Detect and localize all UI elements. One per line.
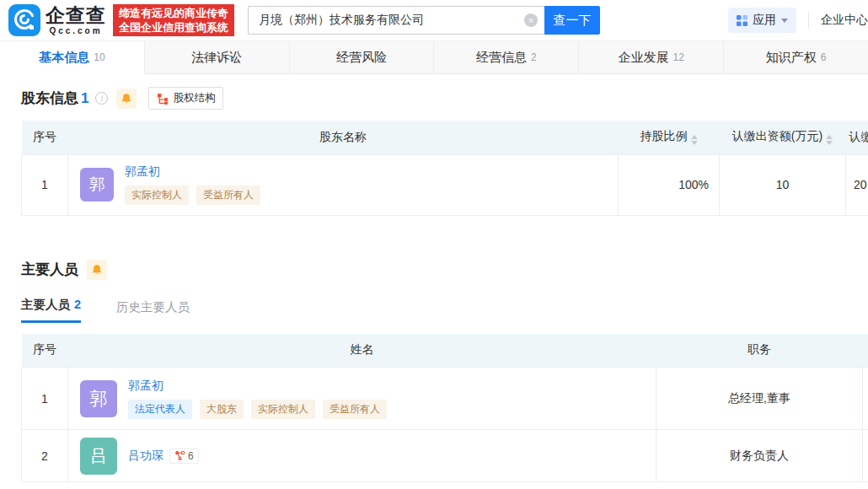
shareholders-title: 股东信息1 (21, 89, 88, 108)
search-bar: × 查一下 (248, 6, 600, 35)
tab-count: 10 (94, 51, 104, 63)
person-name-link[interactable]: 郭孟初 (128, 379, 387, 394)
qcc-logo[interactable]: 企查查 Qcc.com (8, 4, 106, 36)
tag-major-shareholder: 大股东 (200, 400, 244, 419)
extra-cell (863, 368, 868, 430)
subtab-label: 主要人员 (21, 298, 70, 311)
shareholder-row: 1 郭 郭孟初 实际控制人 受益所有人 (22, 154, 868, 215)
header-right: 应用 企业中心 (728, 8, 868, 33)
col-ratio[interactable]: 持股比例 (619, 121, 720, 154)
clear-search-icon[interactable]: × (524, 13, 538, 27)
personnel-row: 2 吕 吕功琛 (22, 430, 868, 482)
tab-label: 法律诉讼 (191, 50, 242, 66)
position-value: 财务负责人 (656, 430, 863, 482)
brand-name: 企查查 (46, 6, 106, 25)
avatar[interactable]: 郭 (80, 168, 114, 202)
tab-label: 知识产权 (766, 50, 817, 66)
shareholders-count: 1 (81, 90, 88, 106)
subtab-history-personnel[interactable]: 历史主要人员 (116, 299, 190, 323)
tab-label: 基本信息 (39, 50, 89, 66)
tag-beneficial-owner: 受益所有人 (323, 400, 387, 419)
tab-operation-info[interactable]: 经营信息 2 (434, 41, 579, 73)
row-index: 1 (22, 154, 68, 215)
shareholder-name-link[interactable]: 郭孟初 (125, 164, 260, 180)
apps-grid-icon (737, 15, 747, 26)
avatar[interactable]: 吕 (80, 438, 117, 475)
slogan-line-1: 缔造有远见的商业传奇 (119, 6, 228, 20)
tab-intellectual-property[interactable]: 知识产权 6 (724, 41, 868, 73)
enterprise-center-link[interactable]: 企业中心 (821, 13, 868, 28)
tab-label: 企业发展 (619, 50, 669, 66)
subtab-count: 2 (74, 298, 81, 311)
qcc-logo-icon (8, 4, 40, 36)
subtab-key-personnel[interactable]: 主要人员2 (21, 297, 81, 323)
position-value: 总经理,董事 (656, 368, 863, 430)
avatar[interactable]: 郭 (80, 380, 117, 417)
key-personnel-section-header: 主要人员 (21, 260, 868, 280)
key-personnel-title: 主要人员 (21, 260, 78, 279)
col-position: 职务 (656, 334, 863, 368)
col-shareholder-name: 股东名称 (68, 121, 619, 154)
slogan-banner: 缔造有远见的商业传奇 全国企业信用查询系统 (113, 4, 234, 36)
tab-count: 6 (821, 51, 827, 63)
brand-domain: Qcc.com (49, 27, 102, 35)
row-index: 2 (22, 430, 68, 482)
relation-graph-icon (174, 450, 185, 461)
equity-structure-label: 股权结构 (173, 91, 215, 105)
key-personnel-table: 序号 姓名 职务 1 郭 郭孟初 法定代表人 (21, 334, 868, 483)
extra-cell (863, 430, 868, 482)
personnel-row: 1 郭 郭孟初 法定代表人 大股东 实际控制人 受益所有人 (22, 368, 868, 430)
bell-icon[interactable] (116, 89, 137, 109)
equity-structure-icon (157, 93, 169, 105)
shareholders-table: 序号 股东名称 持股比例 认缴出资额(万元) 认缴 1 郭 郭孟初 (21, 121, 868, 216)
slogan-line-2: 全国企业信用查询系统 (119, 20, 228, 35)
tab-company-development[interactable]: 企业发展 12 (579, 41, 724, 73)
col-amount[interactable]: 认缴出资额(万元) (720, 121, 846, 154)
tab-basic-info[interactable]: 基本信息 10 (0, 41, 145, 74)
tab-count: 2 (531, 51, 537, 63)
qcc-logo-text: 企查查 Qcc.com (46, 6, 106, 35)
bell-icon[interactable] (87, 260, 107, 280)
related-companies-badge[interactable]: 6 (169, 449, 199, 464)
shareholders-section-header: 股东信息1 i 股权结构 (21, 87, 868, 110)
tab-legal-litigation[interactable]: 法律诉讼 (145, 41, 290, 73)
tag-actual-controller: 实际控制人 (125, 185, 189, 205)
search-input[interactable] (248, 6, 544, 35)
sort-icon[interactable] (826, 135, 833, 145)
search-button[interactable]: 查一下 (544, 6, 600, 35)
equity-structure-button[interactable]: 股权结构 (148, 87, 223, 110)
tab-count: 12 (673, 51, 684, 63)
col-index: 序号 (22, 121, 68, 154)
tag-beneficial-owner: 受益所有人 (196, 185, 260, 205)
tag-actual-controller: 实际控制人 (251, 400, 315, 419)
info-icon[interactable]: i (95, 92, 108, 105)
sort-icon[interactable] (691, 135, 698, 145)
col-index: 序号 (22, 334, 68, 368)
shareholders-header-row: 序号 股东名称 持股比例 认缴出资额(万元) 认缴 (22, 121, 868, 154)
related-companies-count: 6 (188, 450, 194, 462)
section-tab-bar: 基本信息 10 法律诉讼 经营风险 经营信息 2 企业发展 12 知识产权 6 (0, 40, 868, 74)
tag-legal-representative: 法定代表人 (128, 400, 192, 419)
tab-label: 经营信息 (476, 50, 527, 66)
col-extra (863, 334, 868, 368)
ratio-value: 100% (619, 154, 720, 215)
key-personnel-subtabs: 主要人员2 历史主要人员 (21, 297, 868, 323)
apps-label: 应用 (753, 13, 776, 28)
chevron-down-icon (781, 19, 788, 23)
row-index: 1 (22, 368, 68, 430)
header-divider (808, 13, 809, 28)
amount-value: 10 (720, 154, 846, 215)
col-person-name: 姓名 (68, 334, 656, 368)
top-header: 企查查 Qcc.com 缔造有远见的商业传奇 全国企业信用查询系统 × 查一下 … (0, 0, 868, 40)
tab-label: 经营风险 (336, 50, 387, 66)
apps-menu[interactable]: 应用 (728, 8, 796, 33)
key-personnel-header-row: 序号 姓名 职务 (22, 334, 868, 368)
col-date: 认缴 (846, 121, 868, 154)
date-value: 20 (846, 154, 868, 215)
tab-operation-risk[interactable]: 经营风险 (290, 41, 435, 73)
person-name-link[interactable]: 吕功琛 (128, 449, 163, 464)
